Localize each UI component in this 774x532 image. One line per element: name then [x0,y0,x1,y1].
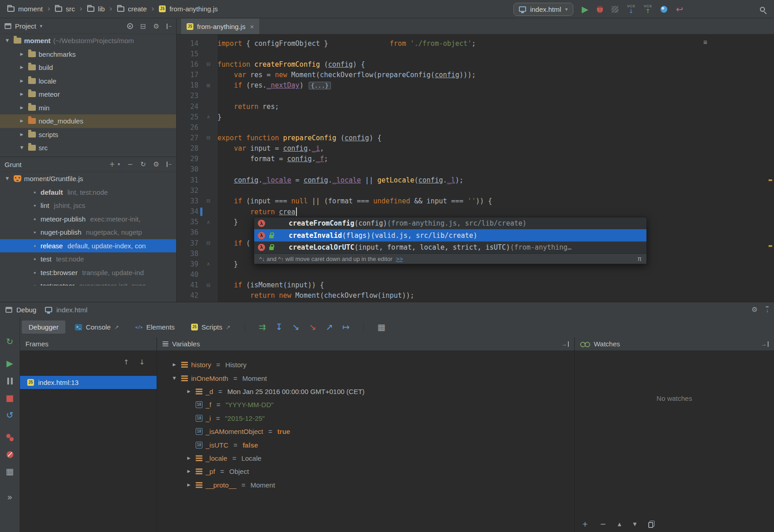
gear-icon[interactable]: ⚙ [153,22,159,30]
breadcrumb-item[interactable]: create [117,5,147,13]
expand-arrow-icon[interactable]: ▶ [185,456,192,460]
project-tree-item[interactable]: ▶meteor [0,88,176,101]
completion-item[interactable]: λcreateLocalOrUTC(input, format, locale,… [254,241,646,253]
chevron-down-icon[interactable]: ▾ [40,24,43,29]
completion-item[interactable]: λcreateInvalid(flags) (valid.js, src/lib… [254,229,646,241]
grunt-task[interactable]: •nuget-publishnugetpack, nugetp [0,226,176,239]
grunt-task[interactable]: •test:browsertranspile, update-ind [0,266,176,280]
show-execution-point-icon[interactable]: ⇉ [259,323,266,331]
grunt-task[interactable]: •meteor-publishexec:meteor-init, [0,212,176,226]
reload-tasks-icon[interactable]: ↻ [140,160,146,168]
console-layout-icon[interactable]: ▦ [377,323,385,331]
expand-arrow-icon[interactable]: ▼ [171,376,178,380]
restore-layout-button[interactable]: ▦ [6,467,14,476]
gear-icon[interactable]: ⚙ [752,305,758,314]
undo-icon[interactable]: ↩ [676,5,683,14]
project-tree-item[interactable]: ▶benchmarks [0,48,176,61]
variable-row[interactable]: ▶history = History [157,358,574,371]
hide-panel-icon[interactable]: ↓ [766,306,769,313]
fold-marker-icon[interactable]: ∧ [204,114,213,119]
vcs-commit-button[interactable]: VCS ↑ [644,5,652,14]
project-tree-item[interactable]: ▶scripts [0,128,176,142]
hide-panel-icon[interactable]: − [167,162,172,167]
variable-row[interactable]: 18_f = "YYYY-MM-DD" [157,398,574,411]
expand-arrow-icon[interactable]: ▶ [18,133,25,137]
fold-marker-icon[interactable]: ⊟ [204,62,213,67]
grunt-task[interactable]: •lintjshint, jscs [0,199,176,212]
move-down-icon[interactable]: ▼ [633,522,637,527]
variable-row[interactable]: 18_isAMomentObject = true [157,425,574,438]
project-tree-item[interactable]: ▶locale [0,74,176,88]
variable-row[interactable]: ▶_locale = Locale [157,452,574,465]
variable-row[interactable]: 18_isUTC = false [157,438,574,451]
run-config-select[interactable]: index.html ▾ [513,3,573,16]
remove-icon[interactable]: − [127,160,133,168]
variable-row[interactable]: ▶_d = Mon Jan 25 2016 00:00:00 GMT+0100 … [157,385,574,398]
error-stripe-mark[interactable] [769,179,772,181]
expand-arrow-icon[interactable]: ▶ [171,363,178,367]
gear-icon[interactable]: ⚙ [153,160,159,168]
project-tree-item[interactable]: ▼moment(~/WebstormProjects/mom [0,34,176,48]
add-icon[interactable]: + [109,160,115,168]
breadcrumb-item[interactable]: src [55,5,75,13]
grunt-task[interactable]: •defaultlint, test:node [0,186,176,199]
completion-hint-link[interactable]: >> [396,256,403,262]
rerun-button[interactable]: ↻ [6,337,14,346]
step-over-icon[interactable]: ↧ [276,323,283,331]
pause-button[interactable] [7,378,13,384]
expand-arrow-icon[interactable]: ▶ [18,92,25,96]
run-to-cursor-icon[interactable]: ↦ [342,323,350,331]
run-button[interactable]: ▶ [582,5,589,14]
stop-button[interactable]: ■ [6,394,14,402]
fold-marker-icon[interactable]: ⊟ [204,198,213,203]
debug-button[interactable] [597,6,603,13]
previous-frame-icon[interactable]: ↑ [123,358,129,366]
collapse-all-icon[interactable]: ⊟ [140,22,146,30]
grunt-task[interactable]: •releasedefault, update-index, con [0,239,176,253]
expand-arrow-icon[interactable]: ▶ [18,65,25,69]
variable-row[interactable]: 18_i = "2015-12-25" [157,412,574,425]
mute-breakpoints-button[interactable] [6,451,13,458]
browser-icon[interactable] [661,6,667,13]
view-breakpoints-button[interactable] [6,434,14,441]
pin-icon[interactable]: → [562,341,569,347]
fold-marker-icon[interactable]: ∧ [204,220,213,225]
expand-arrow-icon[interactable]: ▼ [18,146,25,150]
force-step-into-icon[interactable]: ↘ [309,323,316,331]
expand-arrow-icon[interactable]: ▶ [185,469,192,473]
expand-arrow-icon[interactable]: ▼ [4,39,11,43]
expand-arrow-icon[interactable]: ▶ [18,52,25,56]
tab-console[interactable]: >_Console↗ [68,320,126,334]
project-tree-item[interactable]: ▼src [0,141,176,155]
step-out-icon[interactable]: ↗ [325,323,333,331]
copy-icon[interactable] [648,522,653,528]
tab-elements[interactable]: </>Elements [128,320,182,334]
expand-arrow-icon[interactable]: ▶ [18,79,25,83]
more-button[interactable]: » [7,493,13,502]
breadcrumb-item[interactable]: JSfrom-anything.js [159,5,218,13]
variable-row[interactable]: ▼inOneMonth = Moment [157,371,574,384]
project-tree-item[interactable]: ▶build [0,61,176,74]
project-tree-item[interactable]: ▶min [0,101,176,115]
search-icon[interactable] [760,7,765,12]
tab-debugger[interactable]: Debugger [22,320,65,334]
expand-arrow-icon[interactable]: ▶ [185,389,192,394]
pin-icon[interactable]: → [761,341,769,347]
hide-panel-icon[interactable]: − [167,24,172,29]
fold-marker-icon[interactable]: ⊟ [204,283,213,288]
step-into-icon[interactable]: ↘ [292,323,300,331]
fold-marker-icon[interactable]: ⊟ [204,135,213,140]
reload-page-button[interactable]: ↺ [6,411,14,419]
locate-icon[interactable] [127,23,133,29]
fold-marker-icon[interactable]: ⊞ [204,83,213,88]
editor-menu-icon[interactable]: ≡ [703,38,707,46]
remove-watch-icon[interactable]: − [600,520,606,528]
completion-item[interactable]: λcreateFromConfig(config) (from-anything… [254,217,646,229]
variable-row[interactable]: ▶__proto__ = Moment [157,478,574,492]
expand-arrow-icon[interactable]: ▼ [4,177,11,181]
breadcrumb-item[interactable]: lib [87,5,105,13]
fold-marker-icon[interactable]: ∧ [204,261,213,266]
move-up-icon[interactable]: ▲ [618,522,621,527]
coverage-button[interactable] [611,6,618,13]
variable-row[interactable]: ▶_pf = Object [157,465,574,478]
